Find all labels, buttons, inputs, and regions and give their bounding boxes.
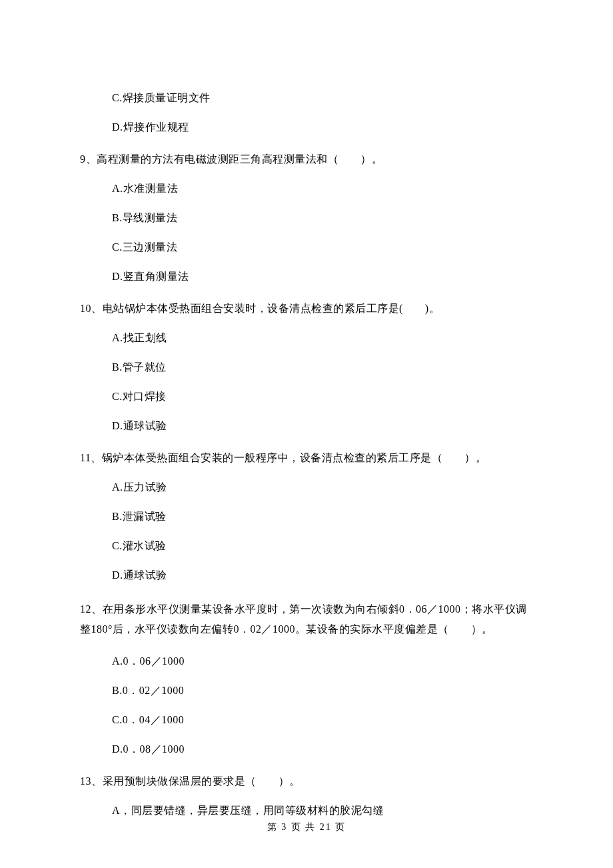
question-8-option-d: D.焊接作业规程 (112, 119, 533, 135)
question-9-option-b: B.导线测量法 (112, 210, 533, 226)
document-page: C.焊接质量证明文件 D.焊接作业规程 9、高程测量的方法有电磁波测距三角高程测… (0, 0, 613, 859)
question-8-option-c: C.焊接质量证明文件 (112, 90, 533, 106)
question-11-option-a: A.压力试验 (112, 479, 533, 495)
question-12-option-b: B.0．02／1000 (112, 683, 533, 699)
question-12-option-d: D.0．08／1000 (112, 741, 533, 757)
question-9-option-c: C.三边测量法 (112, 239, 533, 255)
question-11-option-b: B.泄漏试验 (112, 509, 533, 525)
question-10-option-c: C.对口焊接 (112, 389, 533, 405)
question-13-stem: 13、采用预制块做保温层的要求是（ ）。 (80, 773, 533, 789)
question-12-option-a: A.0．06／1000 (112, 653, 533, 669)
question-10-stem: 10、电站锅炉本体受热面组合安装时，设备清点检查的紧后工序是( )。 (80, 301, 533, 317)
page-footer: 第 3 页 共 21 页 (0, 821, 613, 833)
question-9-option-a: A.水准测量法 (112, 181, 533, 197)
question-10-option-d: D.通球试验 (112, 418, 533, 434)
question-12-stem: 12、在用条形水平仪测量某设备水平度时，第一次读数为向右倾斜0．06／1000；… (80, 599, 533, 640)
question-11-stem: 11、锅炉本体受热面组合安装的一般程序中，设备清点检查的紧后工序是（ ）。 (80, 450, 533, 466)
question-10-option-a: A.找正划线 (112, 330, 533, 346)
question-9-option-d: D.竖直角测量法 (112, 269, 533, 285)
question-12-option-c: C.0．04／1000 (112, 712, 533, 728)
question-11-option-c: C.灌水试验 (112, 538, 533, 554)
question-11-option-d: D.通球试验 (112, 567, 533, 583)
question-13-option-a: A，同层要错缝，异层要压缝，用同等级材料的胶泥勾缝 (112, 803, 533, 819)
question-9-stem: 9、高程测量的方法有电磁波测距三角高程测量法和（ ）。 (80, 151, 533, 167)
question-10-option-b: B.管子就位 (112, 359, 533, 375)
